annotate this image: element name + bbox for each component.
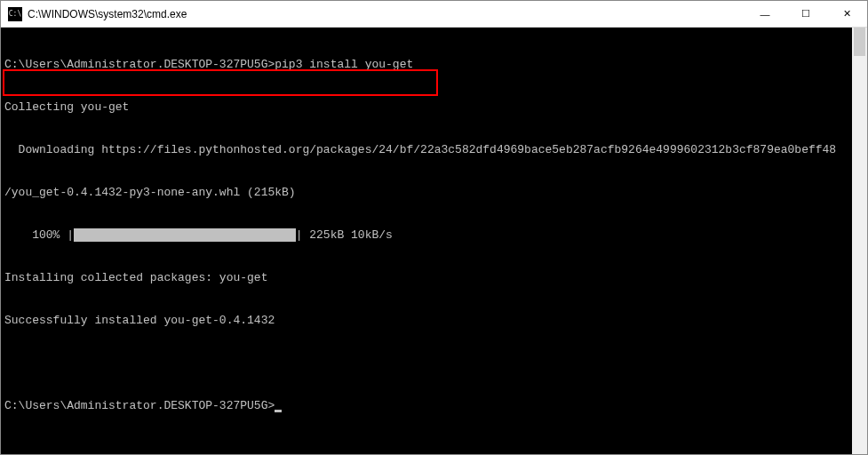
minimize-button[interactable]: — [745,1,785,27]
terminal-line: Collecting you-get [4,100,848,115]
terminal-line: Installing collected packages: you-get [4,271,848,285]
progress-bar: ████████████████████████████████ [74,228,296,242]
terminal-line: C:\Users\Administrator.DESKTOP-327PU5G>p… [4,58,848,72]
command-text: pip3 install you-get [275,58,413,71]
minimize-icon: — [760,9,770,20]
cursor [275,410,282,412]
window-title: C:\WINDOWS\system32\cmd.exe [28,8,745,20]
annotation-highlight-box [3,69,438,96]
terminal-line: C:\Users\Administrator.DESKTOP-327PU5G> [4,399,848,413]
progress-stats: | 225kB 10kB/s [296,228,393,242]
terminal-line: Successfully installed you-get-0.4.1432 [4,314,848,328]
terminal-area: C:\Users\Administrator.DESKTOP-327PU5G>p… [1,28,867,454]
prompt-text: C:\Users\Administrator.DESKTOP-327PU5G> [4,58,275,71]
terminal-line: /you_get-0.4.1432-py3-none-any.whl (215k… [4,186,848,200]
close-icon: ✕ [843,8,851,20]
prompt-text: C:\Users\Administrator.DESKTOP-327PU5G> [4,399,275,412]
progress-line: 100% |████████████████████████████████| … [4,228,848,243]
terminal-line: Downloading https://files.pythonhosted.o… [4,143,848,157]
scrollbar-thumb[interactable] [854,28,865,56]
cmd-icon-label: C:\ [9,10,21,18]
cmd-icon: C:\ [8,7,22,21]
terminal-content[interactable]: C:\Users\Administrator.DESKTOP-327PU5G>p… [1,28,852,454]
maximize-button[interactable]: ☐ [785,1,826,27]
progress-percent: 100% | [4,228,74,242]
window-controls: — ☐ ✕ [745,1,867,27]
window-titlebar: C:\ C:\WINDOWS\system32\cmd.exe — ☐ ✕ [1,1,867,28]
maximize-icon: ☐ [801,8,810,20]
vertical-scrollbar[interactable] [852,28,867,454]
close-button[interactable]: ✕ [826,1,867,27]
terminal-line [4,356,848,371]
